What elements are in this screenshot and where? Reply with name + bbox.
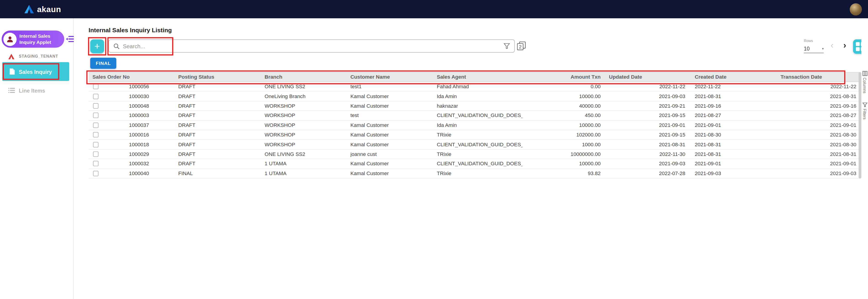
cell-updated-date: 2021-09-03 bbox=[601, 161, 686, 166]
copy-pages-icon[interactable]: 2 bbox=[517, 42, 526, 51]
table-row[interactable]: 1000018 DRAFT WORKSHOP Kamal Customer CL… bbox=[89, 140, 860, 150]
col-sales-order-no[interactable]: Sales Order No bbox=[89, 74, 178, 80]
table-row[interactable]: 1000029 DRAFT ONE LIVING SS2 joanne cust… bbox=[89, 150, 860, 159]
cell-amount-txn: 10000.00 bbox=[523, 122, 601, 128]
col-updated-date[interactable]: Updated Date bbox=[601, 74, 686, 80]
akaun-logo[interactable]: akaun bbox=[24, 5, 61, 14]
chevron-down-icon: ▾ bbox=[822, 47, 824, 51]
sidebar-collapse-icon[interactable] bbox=[66, 35, 74, 42]
cell-sales-order-no: 1000030 bbox=[124, 93, 178, 99]
cell-updated-date: 2021-09-15 bbox=[601, 132, 686, 138]
cell-updated-date: 2021-09-03 bbox=[601, 93, 686, 99]
table-row[interactable]: 1000032 DRAFT 1 UTAMA Kamal Customer CLI… bbox=[89, 159, 860, 169]
col-sales-agent[interactable]: Sales Agent bbox=[437, 74, 523, 80]
line-items-label: Line Items bbox=[19, 87, 45, 93]
row-checkbox[interactable] bbox=[93, 161, 98, 166]
sidebar-item-line-items[interactable]: Line Items bbox=[0, 85, 74, 96]
row-checkbox[interactable] bbox=[93, 93, 98, 99]
row-checkbox[interactable] bbox=[93, 103, 98, 109]
cell-created-date: 2022-11-22 bbox=[686, 84, 772, 89]
table-scrollbar[interactable] bbox=[859, 72, 861, 179]
columns-icon bbox=[862, 71, 867, 76]
cell-sales-agent: TRixie bbox=[437, 151, 523, 157]
cell-posting-status: DRAFT bbox=[178, 142, 265, 147]
row-checkbox[interactable] bbox=[93, 113, 98, 118]
col-amount-txn[interactable]: Amount Txn bbox=[523, 74, 601, 80]
col-created-date[interactable]: Created Date bbox=[686, 74, 772, 80]
tenant-icon bbox=[8, 54, 14, 59]
add-button[interactable]: + bbox=[90, 39, 104, 53]
grid-icon bbox=[856, 42, 860, 46]
row-checkbox[interactable] bbox=[93, 122, 98, 128]
cell-amount-txn: 40000.00 bbox=[523, 103, 601, 109]
cell-sales-order-no: 1000032 bbox=[124, 161, 178, 166]
cell-sales-agent: CLIENT_VALIDATION_GUID_DOES_NOT_E... bbox=[437, 142, 523, 147]
cell-updated-date: 2022-11-30 bbox=[601, 151, 686, 157]
table-row[interactable]: 1000040 FINAL 1 UTAMA Kamal Customer TRi… bbox=[89, 169, 860, 179]
row-checkbox[interactable] bbox=[93, 170, 98, 176]
columns-tab-label: Columns bbox=[862, 78, 867, 93]
cell-posting-status: DRAFT bbox=[178, 132, 265, 138]
cell-sales-order-no: 1000040 bbox=[124, 170, 178, 176]
cell-posting-status: DRAFT bbox=[178, 103, 265, 109]
filter-icon[interactable] bbox=[504, 43, 510, 49]
table-row[interactable]: 1000048 DRAFT WORKSHOP Kamal Customer ha… bbox=[89, 101, 860, 111]
col-transaction-date[interactable]: Transaction Date bbox=[772, 74, 860, 80]
topbar: akaun bbox=[0, 0, 868, 18]
cell-posting-status: DRAFT bbox=[178, 122, 265, 128]
col-posting-status[interactable]: Posting Status bbox=[178, 74, 265, 80]
cell-customer-name: Kamal Customer bbox=[350, 161, 437, 166]
table-row[interactable]: 1000016 DRAFT WORKSHOP Kamal Customer TR… bbox=[89, 130, 860, 140]
rows-per-page-select[interactable]: 10 ▾ bbox=[804, 44, 824, 53]
cell-amount-txn: 102000.00 bbox=[523, 132, 601, 138]
cell-created-date: 2021-09-03 bbox=[686, 170, 772, 176]
cell-posting-status: DRAFT bbox=[178, 161, 265, 166]
table-row[interactable]: 1000056 DRAFT ONE LIVING SS2 test1 Fahad… bbox=[89, 82, 860, 92]
cell-sales-order-no: 1000016 bbox=[124, 132, 178, 138]
cell-sales-agent: haknazar bbox=[437, 103, 523, 109]
cell-customer-name: Kamal Customer bbox=[350, 170, 437, 176]
cell-posting-status: DRAFT bbox=[178, 151, 265, 157]
cell-customer-name: Kamal Customer bbox=[350, 103, 437, 109]
row-checkbox[interactable] bbox=[93, 151, 98, 157]
table-row[interactable]: 1000030 DRAFT OneLiving Branch Kamal Cus… bbox=[89, 92, 860, 101]
row-checkbox[interactable] bbox=[93, 84, 98, 89]
table-row[interactable]: 1000003 DRAFT WORKSHOP test CLIENT_VALID… bbox=[89, 111, 860, 120]
table-header-row[interactable]: Sales Order No Posting Status Branch Cus… bbox=[89, 72, 860, 82]
cell-posting-status: FINAL bbox=[178, 170, 265, 176]
cell-amount-txn: 0.00 bbox=[523, 84, 601, 89]
akaun-logo-icon bbox=[24, 5, 34, 13]
cell-amount-txn: 93.82 bbox=[523, 170, 601, 176]
applet-badge[interactable]: Internal Sales Inquiry Applet bbox=[2, 30, 64, 48]
sidebar: Internal Sales Inquiry Applet STAGING_TE… bbox=[0, 18, 74, 299]
cell-sales-agent: Ida Amin bbox=[437, 122, 523, 128]
cell-posting-status: DRAFT bbox=[178, 113, 265, 118]
search-input[interactable] bbox=[123, 43, 504, 49]
sidebar-item-staging-tenant[interactable]: STAGING_TENANT bbox=[0, 52, 74, 61]
cell-customer-name: test bbox=[350, 113, 437, 118]
row-checkbox[interactable] bbox=[93, 132, 98, 138]
cell-created-date: 2021-08-27 bbox=[686, 113, 772, 118]
final-filter-chip[interactable]: FINAL bbox=[90, 58, 116, 69]
document-icon bbox=[9, 68, 15, 75]
user-avatar[interactable] bbox=[850, 3, 862, 15]
columns-tab[interactable]: Columns bbox=[861, 71, 868, 93]
sidebar-item-sales-inquiry[interactable]: Sales Inquiry bbox=[2, 62, 69, 81]
table-row[interactable]: 1000037 DRAFT WORKSHOP Kamal Customer Id… bbox=[89, 121, 860, 130]
cell-posting-status: DRAFT bbox=[178, 93, 265, 99]
cell-transaction-date: 2021-09-01 bbox=[772, 161, 860, 166]
filters-tab[interactable]: Filters bbox=[861, 103, 868, 119]
next-page-button[interactable]: › bbox=[840, 40, 850, 51]
cell-updated-date: 2022-07-28 bbox=[601, 170, 686, 176]
cell-transaction-date: 2021-08-30 bbox=[772, 132, 860, 138]
search-box[interactable] bbox=[108, 39, 515, 53]
cell-amount-txn: 450.00 bbox=[523, 113, 601, 118]
search-icon bbox=[114, 43, 120, 49]
cell-branch: WORKSHOP bbox=[265, 113, 350, 118]
row-checkbox[interactable] bbox=[93, 142, 98, 147]
cell-sales-agent: CLIENT_VALIDATION_GUID_DOES_NOT_E... bbox=[437, 161, 523, 166]
inquiry-table: Sales Order No Posting Status Branch Cus… bbox=[89, 72, 860, 178]
col-branch[interactable]: Branch bbox=[265, 74, 350, 80]
col-customer-name[interactable]: Customer Name bbox=[350, 74, 437, 80]
prev-page-button[interactable]: ‹ bbox=[827, 40, 837, 51]
